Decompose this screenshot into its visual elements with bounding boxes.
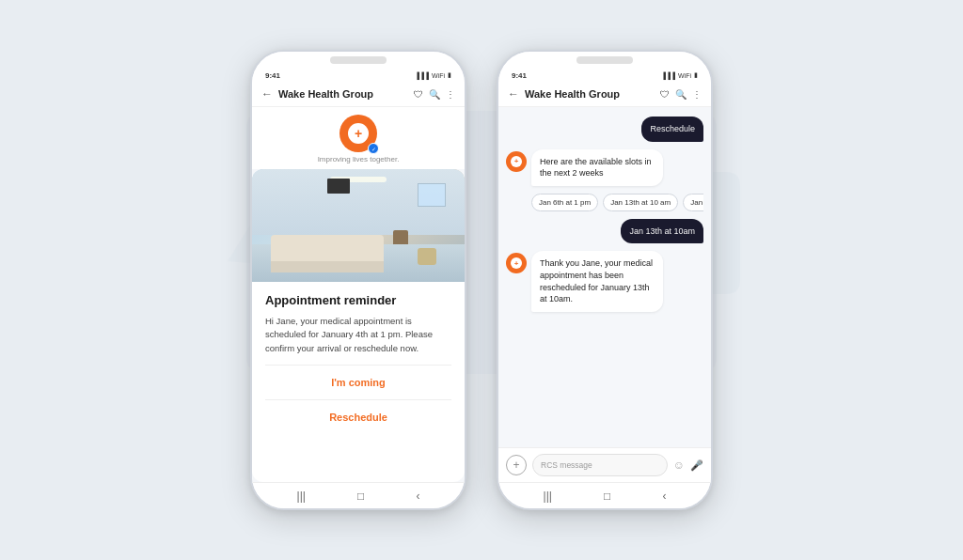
- phone-1-bottom-nav: ||| □ ‹: [252, 482, 465, 508]
- p2-nav-back-icon[interactable]: ‹: [662, 490, 666, 503]
- rcs-message-input[interactable]: RCS message: [532, 454, 668, 476]
- emoji-button[interactable]: ☺: [673, 459, 685, 472]
- profile-logo: + ✓: [339, 115, 377, 152]
- slot-chip-jan13[interactable]: Jan 13th at 10 am: [603, 194, 678, 211]
- phone-2-back-button[interactable]: ←: [508, 87, 519, 101]
- message-slots-intro: + Here are the available slots in the ne…: [506, 149, 703, 186]
- slot-chip-more[interactable]: Jan ...: [683, 194, 703, 211]
- phone-1-profile-section: + ✓ Improving lives together.: [252, 107, 465, 169]
- phone-2-header-title: Wake Health Group: [525, 88, 655, 100]
- profile-logo-inner: +: [348, 123, 369, 144]
- verified-badge: ✓: [368, 143, 379, 154]
- phone-1-header-icons: 🛡 🔍 ⋮: [414, 89, 455, 100]
- card-divider-2: [265, 399, 451, 400]
- bot-avatar-inner-1: +: [511, 156, 522, 167]
- appointment-card: Appointment reminder Hi Jane, your medic…: [252, 169, 465, 482]
- phone-2-status-bar: 9:41 ▐▐▐ WiFi ▮: [498, 69, 711, 82]
- bot-cross-icon-2: +: [514, 259, 519, 268]
- card-hospital-image: [252, 169, 465, 282]
- card-divider-1: [265, 365, 451, 366]
- mic-button[interactable]: 🎤: [690, 459, 703, 472]
- phone-1-more-icon[interactable]: ⋮: [446, 89, 455, 100]
- phone-2-more-icon[interactable]: ⋮: [692, 89, 702, 100]
- confirmation-bubble: Thank you Jane, your medical appointment…: [531, 251, 663, 311]
- battery-icon: ▮: [448, 71, 451, 79]
- jan13-selected-bubble: Jan 13th at 10am: [621, 219, 703, 244]
- slots-intro-bubble: Here are the available slots in the next…: [531, 149, 663, 186]
- phone-1: 9:41 ▐▐▐ WiFi ▮ ← Wake Health Group 🛡 🔍 …: [250, 50, 466, 510]
- phone-2-header-icons: 🛡 🔍 ⋮: [660, 89, 702, 100]
- phone-2-status-icons: ▐▐▐ WiFi ▮: [661, 71, 698, 79]
- phone-1-chat-header: ← Wake Health Group 🛡 🔍 ⋮: [252, 82, 465, 107]
- message-confirmation: + Thank you Jane, your medical appointme…: [506, 251, 703, 311]
- scene-window: [418, 183, 446, 207]
- phone-1-status-icons: ▐▐▐ WiFi ▮: [415, 71, 451, 79]
- coming-button[interactable]: I'm coming: [265, 371, 451, 394]
- reschedule-text: Reschedule: [650, 124, 695, 133]
- bot-avatar-2: +: [506, 253, 527, 273]
- profile-tagline: Improving lives together.: [318, 155, 400, 163]
- phone-1-body: + ✓ Improving lives together.: [252, 107, 465, 482]
- phones-container: 9:41 ▐▐▐ WiFi ▮ ← Wake Health Group 🛡 🔍 …: [250, 50, 713, 510]
- bot-cross-icon-1: +: [514, 157, 519, 165]
- bot-avatar-inner-2: +: [511, 257, 522, 269]
- card-content: Appointment reminder Hi Jane, your medic…: [252, 282, 465, 482]
- input-placeholder-text: RCS message: [541, 460, 592, 470]
- phone-2-body: Reschedule + Here are the available slot…: [498, 107, 711, 482]
- message-jan13-selected: Jan 13th at 10am: [506, 219, 703, 244]
- slot-chips-row: Jan 6th at 1 pm Jan 13th at 10 am Jan ..…: [506, 194, 703, 211]
- phone-2-chat-header: ← Wake Health Group 🛡 🔍 ⋮: [498, 82, 711, 107]
- scene-tv: [327, 179, 350, 194]
- phone-2-search-icon[interactable]: 🔍: [675, 89, 687, 100]
- phone-2-notch-area: [498, 52, 711, 69]
- phone-1-notch: [330, 56, 387, 64]
- p2-nav-home-icon[interactable]: □: [604, 490, 610, 503]
- phone-2-time: 9:41: [512, 71, 527, 80]
- medical-cross-icon: +: [355, 127, 362, 140]
- scene-desk-front: [271, 261, 384, 272]
- phone-2-notch: [576, 56, 633, 64]
- p2-battery-icon: ▮: [694, 71, 698, 79]
- verified-check-icon: ✓: [371, 146, 376, 152]
- card-title: Appointment reminder: [265, 293, 451, 307]
- reschedule-button[interactable]: Reschedule: [265, 406, 451, 428]
- bot-avatar-1: +: [506, 151, 527, 172]
- phone-1-shield-icon[interactable]: 🛡: [414, 89, 423, 100]
- chat-messages: Reschedule + Here are the available slot…: [498, 107, 711, 447]
- nav-apps-icon[interactable]: |||: [297, 490, 306, 503]
- phone-1-back-button[interactable]: ←: [261, 87, 273, 101]
- wifi-icon: WiFi: [432, 72, 445, 79]
- reschedule-bubble: Reschedule: [641, 117, 703, 142]
- phone-1-status-bar: 9:41 ▐▐▐ WiFi ▮: [252, 69, 465, 82]
- phone-1-search-icon[interactable]: 🔍: [429, 89, 440, 100]
- chat-input-bar: + RCS message ☺ 🎤: [498, 447, 711, 482]
- card-body-text: Hi Jane, your medical appointment is sch…: [265, 315, 451, 355]
- add-icon: +: [513, 459, 519, 472]
- p2-nav-apps-icon[interactable]: |||: [544, 490, 552, 503]
- add-attachment-button[interactable]: +: [506, 455, 527, 475]
- hospital-scene: [252, 169, 465, 282]
- p2-signal-icon: ▐▐▐: [661, 72, 675, 79]
- phone-1-header-title: Wake Health Group: [278, 88, 408, 100]
- nav-back-icon[interactable]: ‹: [416, 490, 419, 503]
- scene-desk: [271, 235, 384, 263]
- phone-2: 9:41 ▐▐▐ WiFi ▮ ← Wake Health Group 🛡 🔍 …: [497, 50, 713, 510]
- scene-chair: [418, 248, 436, 265]
- message-reschedule-outgoing: Reschedule: [506, 117, 703, 142]
- jan13-selected-text: Jan 13th at 10am: [629, 226, 695, 236]
- phone-1-notch-area: [252, 52, 465, 69]
- confirmation-text: Thank you Jane, your medical appointment…: [540, 258, 653, 303]
- signal-icon: ▐▐▐: [415, 72, 429, 79]
- p2-wifi-icon: WiFi: [678, 72, 691, 79]
- phone-1-time: 9:41: [265, 71, 280, 80]
- slot-chip-jan6[interactable]: Jan 6th at 1 pm: [531, 194, 598, 211]
- slots-intro-text: Here are the available slots in the next…: [540, 157, 652, 179]
- phone-2-shield-icon[interactable]: 🛡: [660, 89, 670, 100]
- phone-2-bottom-nav: ||| □ ‹: [498, 482, 711, 508]
- nav-home-icon[interactable]: □: [357, 490, 364, 503]
